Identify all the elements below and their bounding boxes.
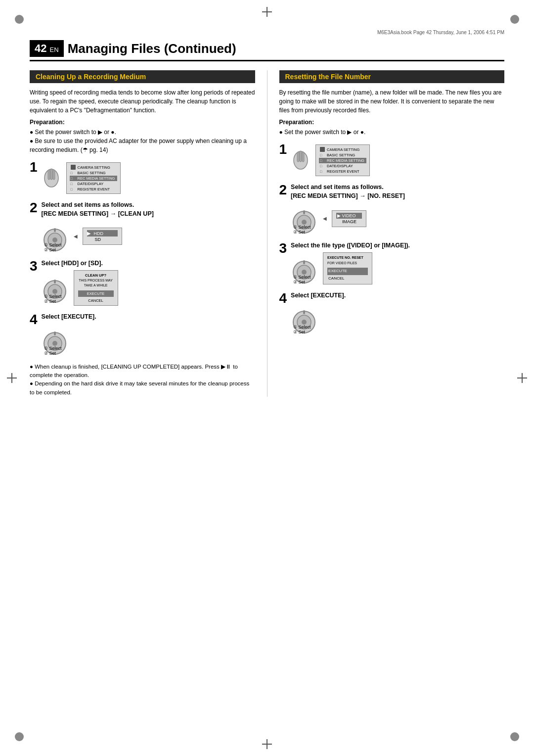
r-screen-row-basic: □ BASIC SETTING — [319, 152, 366, 158]
svg-text:② Set: ② Set — [293, 330, 306, 334]
right-step4-instruction: Select [EXECUTE]. — [291, 291, 504, 300]
left-intro-text: Writing speed of recording media tends t… — [30, 88, 255, 115]
page-outer: M6E3Asia.book Page 42 Thursday, June 1, … — [0, 0, 534, 756]
right-step2-number: 2 — [279, 183, 287, 197]
left-step3-content: ① Select ② Set CLEAN UP? THIS PROCESS MA… — [42, 270, 255, 306]
svg-rect-41 — [303, 310, 305, 314]
r-screen-row-date: □ DATE/DISPLAY — [319, 163, 366, 169]
right-step1-hand-icon — [291, 148, 311, 173]
page-number-en: EN — [50, 46, 59, 53]
right-step-3: 3 Select the file type ([VIDEO] or [IMAG… — [279, 241, 505, 284]
svg-rect-2 — [50, 169, 52, 180]
cross-mark-right — [517, 373, 527, 383]
left-step3-instruction: Select [HDD] or [SD]. — [42, 259, 255, 268]
right-step3-number: 3 — [279, 241, 287, 255]
svg-rect-7 — [54, 228, 56, 232]
left-preparation-list: Set the power switch to ▶ or ●. Be sure … — [30, 128, 255, 154]
right-step2-screen: ▶ VIDEO IMAGE — [332, 210, 366, 227]
svg-text:① Select: ① Select — [44, 294, 62, 299]
execute-row-cancel: CANCEL — [327, 275, 368, 283]
svg-point-18 — [52, 341, 57, 346]
left-notes: When cleanup is finished, [CLEANING UP C… — [30, 363, 255, 397]
svg-text:② Set: ② Set — [44, 247, 56, 252]
r-screen-row-camera: CAMERA SETTING — [319, 146, 366, 152]
right-step3-screen: EXECUTE NO. RESET FOR VIDEO FILES EXECUT… — [323, 252, 372, 285]
svg-rect-19 — [54, 331, 56, 335]
svg-rect-23 — [297, 152, 299, 162]
right-preparation-label: Preparation: — [279, 119, 505, 126]
screen-row-date: □ DATE/DISPLAY — [70, 181, 117, 187]
cross-mark-top — [262, 7, 272, 17]
corner-mark-tl — [15, 15, 24, 24]
cross-mark-bottom — [262, 739, 272, 749]
right-section-header: Resetting the File Number — [279, 70, 505, 83]
left-step-4: 4 Select [EXECUTE]. ① Select ② Set — [30, 313, 255, 356]
svg-text:② Set: ② Set — [44, 351, 56, 356]
left-step1-screen: CAMERA SETTING □ BASIC SETTING □ REC MED… — [66, 162, 121, 194]
right-step4-content: ① Select ② Set — [291, 302, 504, 334]
right-preparation-list: Set the power switch to ▶ or ●. — [279, 128, 505, 137]
left-step2-dial: ① Select ② Set — [42, 220, 69, 252]
cross-mark-left — [7, 373, 17, 383]
left-step-1: 1 CAMERA SETTING — [30, 160, 255, 194]
left-step2-number: 2 — [30, 201, 38, 215]
right-step-2: 2 Select and set items as follows. [REC … — [279, 183, 505, 235]
svg-text:① Select: ① Select — [44, 242, 62, 247]
execute-row-execute: EXECUTE — [327, 268, 368, 275]
left-prep-item-2: Be sure to use the provided AC adapter f… — [30, 137, 255, 154]
right-step-4: 4 Select [EXECUTE]. ① Select ② Set — [279, 291, 505, 334]
svg-text:① Select: ① Select — [293, 325, 311, 330]
right-step2-sub: [REC MEDIA SETTING] → [NO. RESET] — [291, 192, 405, 199]
left-step4-number: 4 — [30, 313, 38, 327]
svg-point-34 — [302, 270, 307, 275]
screen-row-rec: □ REC MEDIA SETTING — [70, 176, 117, 181]
svg-rect-25 — [302, 152, 304, 162]
svg-text:② Set: ② Set — [293, 230, 306, 235]
right-step3-content: ① Select ② Set EXECUTE NO. RESET FOR VID… — [291, 252, 504, 285]
right-step4-dial: ① Select ② Set — [291, 302, 318, 334]
corner-mark-tr — [510, 15, 519, 24]
r-screen-row-rec: □ REC MEDIA SETTING — [319, 158, 366, 163]
right-step3-instruction: Select the file type ([VIDEO] or [IMAGE]… — [291, 241, 504, 250]
r-screen-row-register: □ REGISTER EVENT — [319, 169, 366, 174]
left-step3-screen: CLEAN UP? THIS PROCESS MAY TAKE A WHILE … — [74, 270, 118, 306]
left-note-1: When cleanup is finished, [CLEANING UP C… — [30, 363, 255, 380]
svg-text:① Select: ① Select — [293, 275, 311, 280]
page-title: Managing Files (Continued) — [68, 41, 236, 56]
two-column-layout: Cleaning Up a Recording Medium Writing s… — [30, 70, 504, 397]
right-prep-item-1: Set the power switch to ▶ or ●. — [279, 128, 505, 137]
left-step1-number: 1 — [30, 160, 38, 174]
svg-text:② Set: ② Set — [293, 280, 306, 284]
right-intro-text: By resetting the file number (name), a n… — [279, 88, 505, 115]
svg-rect-29 — [303, 210, 305, 214]
hdd-row-sd: SD — [87, 236, 118, 242]
svg-text:① Select: ① Select — [44, 346, 62, 351]
left-column: Cleaning Up a Recording Medium Writing s… — [30, 70, 255, 397]
right-step1-number: 1 — [279, 142, 287, 156]
left-section-header: Cleaning Up a Recording Medium — [30, 70, 255, 83]
left-preparation-label: Preparation: — [30, 119, 255, 126]
video-row-video: ▶ VIDEO — [336, 213, 362, 219]
page-header: 42 EN Managing Files (Continued) — [30, 40, 504, 61]
left-prep-item-1: Set the power switch to ▶ or ●. — [30, 128, 255, 137]
left-step-2: 2 Select and set items as follows. [REC … — [30, 201, 255, 252]
left-step-3: 3 Select [HDD] or [SD]. ① Select ② Set — [30, 259, 255, 306]
left-step1-hand-icon — [42, 166, 61, 190]
right-step-1: 1 CAMERA SETTING — [279, 142, 505, 176]
left-step2-instruction: Select and set items as follows. [REC ME… — [42, 201, 255, 218]
svg-point-6 — [52, 237, 57, 242]
right-step4-number: 4 — [279, 291, 287, 305]
left-step3-dial: ① Select ② Set — [42, 272, 69, 304]
svg-point-40 — [302, 320, 307, 325]
page-number-box: 42 EN — [30, 40, 64, 57]
left-step2-screen: ▶ HDD SD — [83, 228, 122, 245]
right-column: Resetting the File Number By resetting t… — [279, 70, 505, 341]
screen-row-register: □ REGISTER EVENT — [70, 187, 117, 192]
svg-rect-13 — [54, 280, 56, 284]
corner-mark-br — [510, 732, 519, 741]
r-camera-icon — [320, 147, 325, 152]
hdd-row-hdd: ▶ HDD — [87, 230, 118, 236]
right-step1-screen: CAMERA SETTING □ BASIC SETTING □ REC MED… — [315, 144, 370, 176]
file-info: M6E3Asia.book Page 42 Thursday, June 1, … — [30, 30, 504, 35]
svg-rect-1 — [48, 170, 50, 180]
